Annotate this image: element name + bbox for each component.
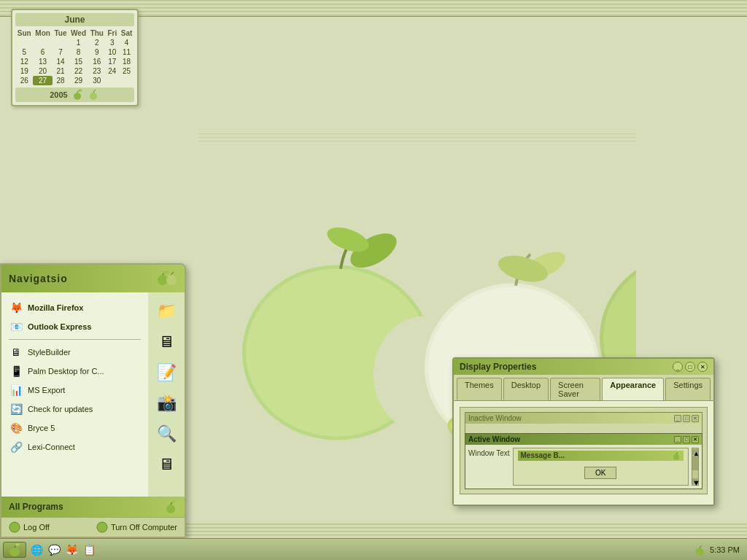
menu-item-palm[interactable]: 📱 Palm Desktop for C... [1,362,148,381]
svg-point-29 [673,454,679,460]
start-button[interactable] [3,542,26,558]
apple-icon-small [72,89,84,101]
tab-settings[interactable]: Settings [665,378,711,400]
msexport-icon: 📊 [9,383,23,397]
right-icon-1[interactable]: 📁 [153,298,179,324]
calendar-month-header: June [15,13,134,26]
cal-day: 26 [15,76,33,85]
menu-item-checkupdates[interactable]: 🔄 Check for updates [1,400,148,419]
bryce-icon: 🎨 [9,421,23,435]
firefox-icon: 🦊 [9,300,23,315]
tray-apple-icon [694,544,705,556]
cal-day [53,38,69,47]
palm-label: Palm Desktop for C... [28,367,104,376]
bryce-label: Bryce 5 [28,424,55,432]
stylebuilder-label: StyleBuilder [28,348,71,357]
right-icon-6[interactable]: 🖥 [153,451,179,478]
active-ctrl-3: ✕ [692,436,699,443]
cal-day-mon: Mon [33,28,52,38]
clock-time: 5:33 PM [710,545,740,554]
message-box-title: Message B... [521,451,565,460]
cal-day: 30 [88,76,106,85]
start-menu: Navigatsio 🦊 Mozilla Firefox [0,263,186,538]
cal-day: 18 [119,57,134,66]
taskbar: 🌐 💬 🦊 📋 5:33 PM [0,538,747,560]
menu-item-lexi[interactable]: 🔗 Lexi-Connect [1,438,148,456]
cal-day: 3 [106,38,119,47]
right-icon-5[interactable]: 🔍 [153,421,179,447]
stylebuilder-icon: 🖥 [9,345,23,359]
calendar-footer: 2005 [15,88,134,102]
palm-icon: 📱 [9,364,23,378]
scroll-down-arrow: ▼ [692,478,698,484]
right-icon-4[interactable]: 📸 [153,390,179,416]
message-apple-icon [672,451,681,460]
cal-day: 13 [33,57,52,66]
svg-point-25 [166,505,175,513]
tab-desktop[interactable]: Desktop [503,378,549,400]
taskbar-icon-network[interactable]: 🌐 [29,542,44,557]
all-programs-label: All Programs [9,502,63,512]
dialog-body: Inactive Window _ □ ✕ Active Window [454,400,713,505]
active-window-title: Active Window [468,435,520,443]
menu-separator-1 [9,339,141,340]
cal-day: 6 [33,47,52,57]
svg-point-28 [97,522,107,532]
cal-day: 15 [69,57,88,66]
cal-day: 11 [119,47,134,57]
start-menu-body: 🦊 Mozilla Firefox 📧 Outlook Express 🖥 St… [1,292,185,497]
start-menu-title: Navigatsio [9,273,68,284]
inactive-window-title: Inactive Window [468,414,522,422]
taskbar-icon-misc[interactable]: 📋 [82,542,96,557]
start-apple-icon [8,543,21,556]
menu-item-stylebuilder[interactable]: 🖥 StyleBuilder [1,343,148,362]
tab-appearance[interactable]: Appearance [602,378,664,400]
tab-themes[interactable]: Themes [457,378,502,400]
cal-day [106,76,119,85]
turn-off-icon [96,521,108,533]
right-icon-3[interactable]: 📝 [153,359,179,386]
cal-day: 27 [33,76,52,85]
dialog-titlebar: Display Properties _ □ ✕ [454,359,713,375]
all-programs-icon [164,500,177,513]
right-icon-2[interactable]: 🖥 [153,329,179,355]
svg-point-22 [158,275,168,285]
display-properties-dialog: Display Properties _ □ ✕ Themes Desktop … [452,357,715,506]
cal-day: 16 [88,57,106,66]
turn-off-button[interactable]: Turn Off Computer [96,521,177,533]
cal-day-thu: Thu [88,28,106,38]
all-programs-bar[interactable]: All Programs [1,497,185,517]
cal-day: 25 [119,66,134,76]
cal-day [119,76,134,85]
cal-day-sat: Sat [119,28,134,38]
tab-screensaver[interactable]: Screen Saver [550,378,600,400]
taskbar-icon-chat[interactable]: 💬 [47,542,61,557]
calendar-year: 2005 [50,90,67,99]
dialog-close-btn[interactable]: ✕ [697,362,708,372]
cal-day: 7 [53,47,69,57]
dialog-maximize-btn[interactable]: □ [685,362,695,372]
ok-button[interactable]: OK [584,467,616,479]
cal-day: 8 [69,47,88,57]
cal-day: 5 [15,47,33,57]
checkupdates-icon: 🔄 [9,402,23,416]
cal-day: 20 [33,66,52,76]
cal-day: 2 [88,38,106,47]
cal-day-wed: Wed [69,28,88,38]
log-off-button[interactable]: Log Off [9,521,50,533]
outlook-icon: 📧 [9,319,23,334]
taskbar-icon-firefox[interactable]: 🦊 [64,542,79,557]
menu-item-bryce[interactable]: 🎨 Bryce 5 [1,419,148,438]
dialog-tabs: Themes Desktop Screen Saver Appearance S… [454,375,713,400]
menu-item-msexport[interactable]: 📊 MS Export [1,381,148,400]
active-ctrl-2: □ [683,436,690,443]
scrollbar[interactable]: ▲ ▼ [692,448,699,486]
window-text-label: Window Text [468,448,510,486]
lexi-icon: 🔗 [9,440,23,454]
cal-day: 29 [69,76,88,85]
menu-item-outlook[interactable]: 📧 Outlook Express [1,317,148,336]
turn-off-label: Turn Off Computer [111,523,177,532]
menu-item-firefox[interactable]: 🦊 Mozilla Firefox [1,298,148,317]
dialog-minimize-btn[interactable]: _ [673,362,683,372]
cal-day: 4 [119,38,134,47]
